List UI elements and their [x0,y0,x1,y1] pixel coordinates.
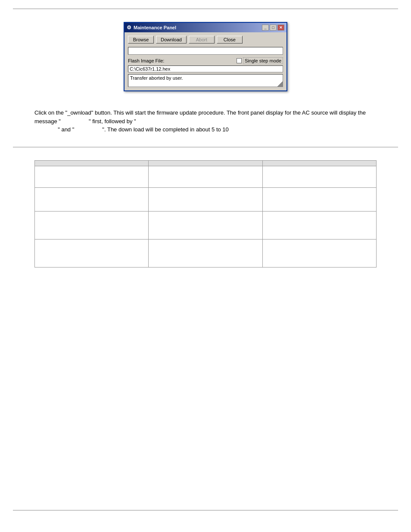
table-cell [35,211,149,239]
table-row [35,211,377,239]
restore-button[interactable]: □ [270,25,277,31]
single-step-checkbox[interactable] [237,58,242,63]
single-step-label: Single step mode [243,57,283,64]
instruction-section: Click on the "_ownload" button. This wil… [0,104,411,143]
minimize-button[interactable]: _ [262,25,269,31]
table-cell [262,211,376,239]
abort-button[interactable]: Abort [189,36,215,44]
table-row [35,239,377,267]
table-row [35,166,377,187]
table-cell [262,166,376,187]
dialog-title-text: Maintenance Panel [134,25,176,30]
single-step-checkbox-group: Single step mode [237,57,283,64]
table-section [0,156,411,276]
table-cell [149,166,262,187]
dialog-body: Browse Download Abort Close Flash Image … [125,32,286,90]
table-header-col1 [35,160,149,166]
dialog-titlebar: ⚙ Maintenance Panel _ □ ✕ [125,23,286,32]
table-cell [35,187,149,211]
table-cell [149,187,262,211]
dialog-controls: _ □ ✕ [262,25,284,31]
data-table [34,160,377,268]
instruction-text: Click on the "_ownload" button. This wil… [34,109,377,125]
instruction-text-2: " and " ". The down load will be complet… [34,125,377,134]
flash-image-row: Flash Image File: Single step mode [128,57,283,64]
message-placeholder-1 [62,118,87,124]
table-header-row [35,160,377,166]
table-row [35,187,377,211]
status-text: Transfer aborted by user. [130,75,183,81]
table-cell [35,166,149,187]
page-container: ⚙ Maintenance Panel _ □ ✕ Browse Downloa… [0,0,411,532]
mid-rule [13,147,398,147]
table-cell [262,187,376,211]
bottom-rule [13,510,398,510]
file-path-input[interactable]: C:\Cic637r1.12.hex [128,65,283,72]
status-area: Transfer aborted by user. [128,74,283,87]
window-close-button[interactable]: ✕ [277,25,284,31]
message-placeholder-2 [137,118,162,124]
table-cell [35,239,149,267]
top-rule [13,9,398,9]
close-button[interactable]: Close [217,36,243,44]
table-cell [262,239,376,267]
flash-image-label: Flash Image File: [128,58,164,63]
table-header-col3 [262,160,376,166]
dialog-icon: ⚙ [127,25,131,31]
resize-handle [277,81,283,87]
dialog-title-left: ⚙ Maintenance Panel [127,25,176,31]
table-header-col2 [149,160,262,166]
table-cell [149,239,262,267]
download-button[interactable]: Download [156,36,187,44]
dialog-buttons-row: Browse Download Abort Close [128,36,283,44]
table-cell [149,211,262,239]
panel-section: ⚙ Maintenance Panel _ □ ✕ Browse Downloa… [0,22,411,91]
progress-bar [128,47,283,55]
message-placeholder-3 [76,126,101,133]
browse-button[interactable]: Browse [128,36,154,44]
maintenance-panel-dialog: ⚙ Maintenance Panel _ □ ✕ Browse Downloa… [124,22,287,91]
